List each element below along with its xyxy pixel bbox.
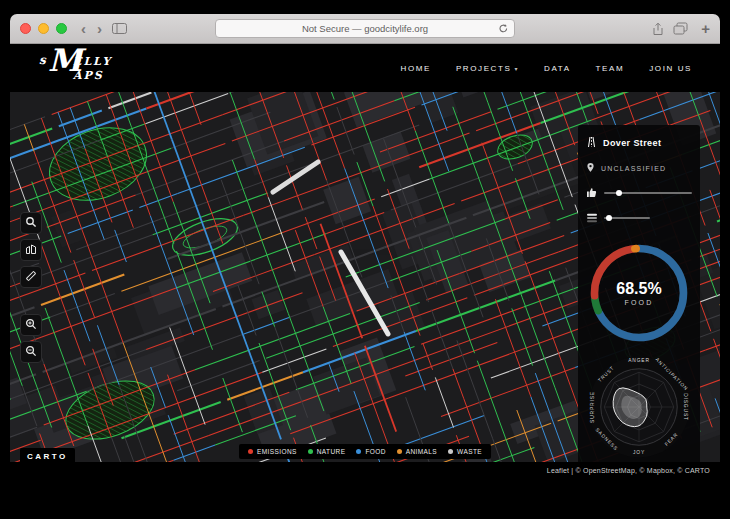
rating-slider[interactable] [604, 192, 692, 194]
buildings-3d-button[interactable] [20, 239, 42, 261]
close-window-button[interactable] [20, 23, 31, 34]
nav-item-home[interactable]: HOME [401, 64, 431, 73]
browser-titlebar: ‹ › Not Secure — goodcitylife.org + [10, 14, 720, 44]
buildings-icon [25, 241, 37, 259]
legend-color-dot [308, 449, 313, 454]
street-name: Dover Street [603, 138, 661, 148]
slider-knob[interactable] [606, 215, 612, 221]
legend-color-dot [356, 449, 361, 454]
layer-opacity-slider[interactable] [604, 217, 650, 219]
legend-item-food: FOOD [356, 448, 385, 455]
nav-item-team[interactable]: TEAM [596, 64, 625, 73]
main-nav: HOMEPROJECTS▾DATATEAMJOIN US [401, 64, 692, 73]
measure-button[interactable] [20, 266, 42, 288]
nav-item-projects[interactable]: PROJECTS▾ [456, 64, 519, 73]
emotion-radar-chart: ANGERANTICIPATIONDISGUSTFEARJOYSADNESSSU… [586, 354, 692, 460]
svg-text:DISGUST: DISGUST [683, 393, 688, 421]
new-tab-button[interactable]: + [701, 20, 710, 37]
zoom-out-button[interactable] [20, 341, 42, 363]
svg-text:JOY: JOY [633, 450, 645, 455]
sidebar-toggle-icon[interactable] [112, 23, 127, 34]
carto-logo[interactable]: CARTO [20, 448, 75, 465]
slider-knob[interactable] [616, 190, 622, 196]
legend-item-nature: NATURE [308, 448, 346, 455]
legend-color-dot [448, 449, 453, 454]
logo-text: APS [73, 69, 104, 82]
street-info-panel: Dover Street UNCLASSIFIED 68. [578, 125, 700, 462]
search-icon [25, 214, 37, 232]
minimize-window-button[interactable] [38, 23, 49, 34]
share-icon[interactable] [652, 22, 664, 36]
layers-icon[interactable] [586, 209, 598, 227]
legend-item-animals: ANIMALS [397, 448, 437, 455]
legend-item-waste: WASTE [448, 448, 482, 455]
map-canvas[interactable]: Dover Street UNCLASSIFIED 68. [10, 92, 720, 462]
zoom-in-button[interactable] [20, 314, 42, 336]
page-footer: Leaflet | © OpenStreetMap, © Mapbox, © C… [10, 462, 720, 511]
address-text: Not Secure — goodcitylife.org [302, 23, 428, 34]
road-icon [586, 134, 597, 152]
smelly-maps-logo[interactable]: s M ELLY APS [38, 49, 138, 87]
site-header: s M ELLY APS HOMEPROJECTS▾DATATEAMJOIN U… [10, 44, 720, 92]
zoom-out-icon [25, 343, 37, 361]
logo-text: ELLY [73, 55, 112, 68]
street-classification: UNCLASSIFIED [601, 165, 666, 172]
window-controls [20, 23, 67, 34]
map-controls [20, 212, 42, 363]
legend-color-dot [248, 449, 253, 454]
map-legend: EMISSIONSNATUREFOODANIMALSWASTE [239, 444, 491, 459]
back-button[interactable]: ‹ [80, 21, 87, 36]
location-pin-icon [586, 159, 595, 177]
ruler-icon [25, 268, 37, 286]
smelly-maps-page: s M ELLY APS HOMEPROJECTS▾DATATEAMJOIN U… [10, 44, 720, 511]
logo-text: s [39, 53, 46, 67]
legend-item-emissions: EMISSIONS [248, 448, 297, 455]
zoom-in-icon [25, 316, 37, 334]
map-attribution[interactable]: Leaflet | © OpenStreetMap, © Mapbox, © C… [547, 467, 710, 474]
chevron-down-icon: ▾ [514, 66, 519, 72]
fullscreen-window-button[interactable] [56, 23, 67, 34]
smell-donut-chart: 68.5% FOOD [586, 240, 692, 346]
nav-item-join-us[interactable]: JOIN US [649, 64, 692, 73]
thumbs-up-icon[interactable] [586, 184, 598, 202]
tab-overview-icon[interactable] [673, 22, 688, 35]
browser-window: ‹ › Not Secure — goodcitylife.org + s M … [10, 14, 720, 511]
forward-button[interactable]: › [96, 21, 103, 36]
legend-color-dot [397, 449, 402, 454]
search-button[interactable] [20, 212, 42, 234]
refresh-icon[interactable] [498, 23, 509, 34]
svg-text:SURPRISE: SURPRISE [590, 391, 595, 423]
svg-text:ANGER: ANGER [628, 358, 650, 363]
nav-item-data[interactable]: DATA [544, 64, 571, 73]
address-bar[interactable]: Not Secure — goodcitylife.org [215, 19, 515, 38]
